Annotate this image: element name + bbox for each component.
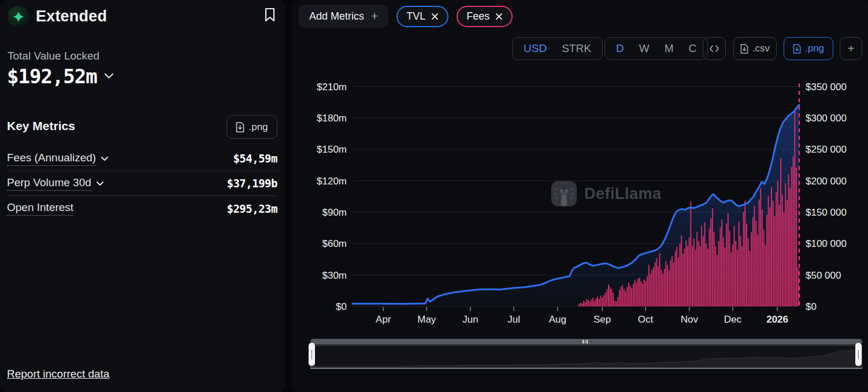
fees-bar [608,284,609,306]
metric-value-open-interest: $295,23m [227,202,277,215]
fees-bar [650,274,651,307]
fees-bar [698,241,699,306]
x-axis-label: Nov [681,314,699,325]
left-axis-label: $30m [322,270,347,281]
fees-bar [793,156,794,306]
fees-bar [791,167,792,306]
embed-code-button[interactable] [703,37,726,60]
fees-bar [740,236,741,306]
fees-bar [633,284,634,306]
metric-row-fees: Fees (Annualized) $54,59m [7,146,277,171]
sidebar-download-png-button[interactable]: .png [227,115,277,139]
x-axis-label: Oct [638,314,654,325]
fees-bar [628,283,629,306]
fees-bar [682,254,684,306]
fees-bar [768,196,769,306]
fees-bar [588,300,589,306]
pill-tvl[interactable]: TVL [396,6,448,27]
pill-fees[interactable]: Fees [457,6,513,27]
chevron-down-icon[interactable] [104,71,114,82]
metric-label-fees[interactable]: Fees (Annualized) [7,151,109,166]
fees-bar [718,241,719,306]
download-csv-button[interactable]: .csv [733,37,777,60]
fees-bar [715,246,716,306]
brush-handle-left[interactable] [309,343,315,366]
fees-bar [655,262,656,306]
minimap-area [311,350,862,368]
fees-bar [780,158,781,306]
fees-bar [788,175,789,306]
fees-bar [769,207,770,306]
x-axis-label: Dec [724,314,742,325]
fees-bar [755,221,756,306]
fees-bar [785,183,786,306]
fees-bar [751,232,752,306]
fees-bar [730,253,732,307]
fees-bar [752,217,754,306]
fees-bar [760,188,761,306]
fees-bar [592,298,593,306]
chart-controls-row: USD STRK D W M C .csv [292,37,868,60]
left-axis-label: $120m [317,176,347,187]
report-incorrect-data-link[interactable]: Report incorrect data [7,368,109,380]
tvl-fees-chart[interactable]: $210m$180m$150m$120m$90m$60m$30m$0$350 0… [292,75,868,335]
fees-bar [782,195,783,307]
fees-bar [703,236,704,306]
brush-scrollbar[interactable] [310,339,862,345]
fees-bar [784,212,785,306]
chart-area[interactable]: $210m$180m$150m$120m$90m$60m$30m$0$350 0… [292,75,868,335]
fees-bar [620,287,621,306]
close-icon[interactable] [495,13,503,20]
download-png-button[interactable]: .png [784,37,833,60]
add-metrics-label: Add Metrics [309,10,364,23]
fees-bar [687,246,688,306]
metric-row-open-interest: Open Interest $295,23m [7,196,277,221]
brush-minimap[interactable] [310,345,862,369]
csv-button-label: .csv [752,43,770,54]
add-chart-button[interactable]: + [840,37,862,60]
fees-bar [743,212,744,306]
fees-bar [605,293,606,306]
fees-bar [586,299,587,306]
fees-bar [732,245,733,307]
fees-bar [591,299,592,306]
close-icon[interactable] [431,13,439,20]
fees-bar [692,246,693,306]
fees-bar [704,222,706,306]
metric-label-open-interest[interactable]: Open Interest [7,201,73,216]
add-metrics-button[interactable]: Add Metrics + [299,5,388,28]
fees-bar [624,289,625,306]
file-download-icon [236,122,244,132]
interval-option-m[interactable]: M [657,38,681,60]
fees-bar [710,219,711,306]
fees-bar [701,226,702,306]
bookmark-icon[interactable] [264,8,276,24]
fees-bar [581,304,583,306]
fees-bar [776,192,777,306]
fees-bar [707,249,709,306]
fees-bar [794,112,795,306]
fees-bar [589,301,591,306]
metric-label-perp-volume[interactable]: Perp Volume 30d [7,176,104,191]
fees-bar [670,260,671,306]
fees-bar [597,297,598,306]
fees-bar [763,230,765,306]
fees-bar [689,237,690,306]
interval-option-w[interactable]: W [632,38,657,60]
left-axis-label: $180m [317,113,347,124]
fees-bar [693,239,695,306]
brush-handle-right[interactable] [855,343,862,366]
pill-tvl-label: TVL [406,10,425,23]
fees-bar [766,215,767,306]
fees-bar [757,235,758,306]
fees-bar [726,224,727,307]
fees-bar [578,304,580,306]
fees-bar [680,243,681,306]
currency-option-usd[interactable]: USD [516,38,554,60]
left-axis-label: $210m [317,82,347,93]
currency-option-strk[interactable]: STRK [554,38,599,60]
interval-option-c[interactable]: C [681,38,704,60]
fees-bar [724,247,725,306]
png-button-label: .png [248,121,268,133]
interval-option-d[interactable]: D [609,38,632,60]
